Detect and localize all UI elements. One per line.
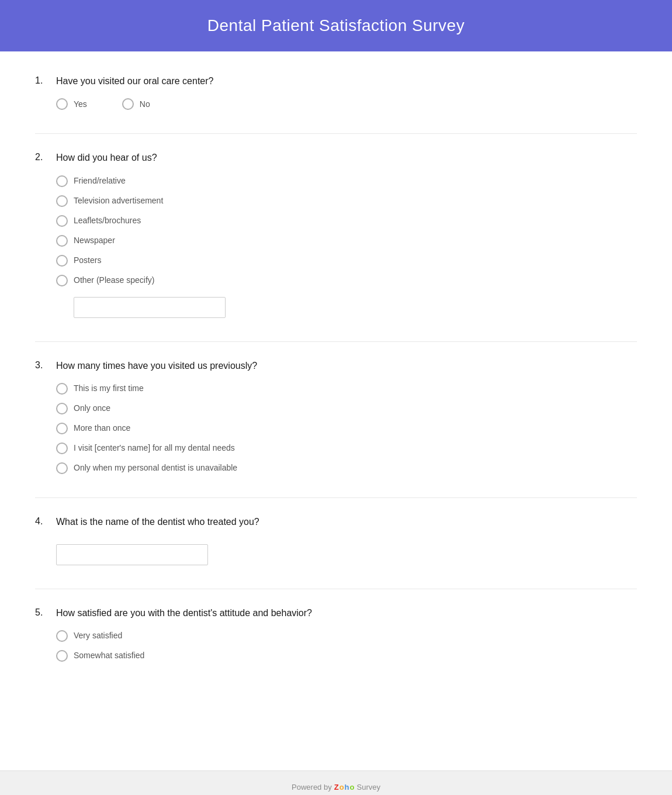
q1-radio-yes[interactable] <box>56 98 68 110</box>
question-5-number: 5. <box>35 607 56 618</box>
question-4-row: 4. What is the name of the dentist who t… <box>35 516 637 528</box>
q3-label-unavailable: Only when my personal dentist is unavail… <box>74 462 237 474</box>
zoho-h: h <box>345 783 349 791</box>
question-2-number: 2. <box>35 151 56 163</box>
q1-option-yes[interactable]: Yes <box>56 98 87 110</box>
q2-radio-newspaper[interactable] <box>56 235 68 247</box>
q5-label-very: Very satisfied <box>74 630 122 642</box>
question-4-block: 4. What is the name of the dentist who t… <box>35 516 637 565</box>
q2-label-newspaper: Newspaper <box>74 235 115 247</box>
q5-option-very: Very satisfied <box>56 630 637 642</box>
q5-option-somewhat: Somewhat satisfied <box>56 650 637 662</box>
q2-radio-friend[interactable] <box>56 175 68 187</box>
q2-option-newspaper: Newspaper <box>56 235 637 247</box>
q3-label-morethan: More than once <box>74 423 130 434</box>
divider-4 <box>35 589 637 589</box>
footer-product: Survey <box>357 783 380 791</box>
q2-option-tv: Television advertisement <box>56 195 637 207</box>
q5-radio-very[interactable] <box>56 630 68 642</box>
question-3-text: How many times have you visited us previ… <box>56 360 257 372</box>
q3-option-first: This is my first time <box>56 383 637 395</box>
question-5-block: 5. How satisfied are you with the dentis… <box>35 607 637 662</box>
q1-radio-no[interactable] <box>122 98 134 110</box>
q3-label-allneeds: I visit [center's name] for all my denta… <box>74 443 235 454</box>
question-3-row: 3. How many times have you visited us pr… <box>35 360 637 372</box>
q2-label-other: Other (Please specify) <box>74 275 155 286</box>
q2-radio-posters[interactable] <box>56 255 68 267</box>
question-1-options: Yes No <box>35 98 637 110</box>
q3-radio-allneeds[interactable] <box>56 443 68 454</box>
question-2-options: Friend/relative Television advertisement… <box>35 175 637 318</box>
question-3-options: This is my first time Only once More tha… <box>35 383 637 474</box>
q4-dentist-name-input[interactable] <box>56 544 208 565</box>
question-5-text: How satisfied are you with the dentist's… <box>56 607 312 620</box>
zoho-z: Z <box>334 783 339 791</box>
zoho-o1: o <box>340 783 344 791</box>
q2-other-input[interactable] <box>74 297 226 318</box>
question-1-number: 1. <box>35 75 56 86</box>
q2-label-posters: Posters <box>74 255 101 267</box>
q3-radio-morethan[interactable] <box>56 423 68 434</box>
q3-label-once: Only once <box>74 403 110 414</box>
q3-option-once: Only once <box>56 403 637 414</box>
q3-option-unavailable: Only when my personal dentist is unavail… <box>56 462 637 474</box>
zoho-logo: Zoho <box>334 783 355 791</box>
q5-radio-somewhat[interactable] <box>56 650 68 662</box>
page-footer: Powered by Zoho Survey Create unlimited … <box>0 770 672 795</box>
question-5-options: Very satisfied Somewhat satisfied <box>35 630 637 662</box>
question-1-row: 1. Have you visited our oral care center… <box>35 75 637 88</box>
q3-radio-unavailable[interactable] <box>56 462 68 474</box>
q3-label-first: This is my first time <box>74 383 144 395</box>
q1-option-no[interactable]: No <box>122 98 150 110</box>
footer-powered-row: Powered by Zoho Survey <box>12 783 660 791</box>
q5-label-somewhat: Somewhat satisfied <box>74 650 144 662</box>
survey-title: Dental Patient Satisfaction Survey <box>12 16 660 35</box>
question-1-text: Have you visited our oral care center? <box>56 75 213 88</box>
q3-option-morethan: More than once <box>56 423 637 434</box>
question-2-row: 2. How did you hear of us? <box>35 151 637 164</box>
question-2-block: 2. How did you hear of us? Friend/relati… <box>35 151 637 317</box>
q2-radio-other[interactable] <box>56 275 68 286</box>
question-4-text: What is the name of the dentist who trea… <box>56 516 259 528</box>
q1-label-no: No <box>140 99 150 110</box>
q3-option-allneeds: I visit [center's name] for all my denta… <box>56 443 637 454</box>
question-3-block: 3. How many times have you visited us pr… <box>35 360 637 474</box>
q2-other-input-row <box>56 295 637 318</box>
q2-label-friend: Friend/relative <box>74 175 126 187</box>
question-5-row: 5. How satisfied are you with the dentis… <box>35 607 637 620</box>
q2-radio-leaflets[interactable] <box>56 215 68 227</box>
q2-radio-tv[interactable] <box>56 195 68 207</box>
divider-3 <box>35 497 637 498</box>
footer-powered-text: Powered by <box>292 783 332 791</box>
q1-label-yes: Yes <box>74 99 87 110</box>
survey-header: Dental Patient Satisfaction Survey <box>0 0 672 51</box>
q2-option-posters: Posters <box>56 255 637 267</box>
divider-1 <box>35 133 637 134</box>
q2-option-leaflets: Leaflets/brochures <box>56 215 637 227</box>
q2-option-other: Other (Please specify) <box>56 275 637 286</box>
question-4-input-row <box>35 540 637 565</box>
zoho-o2: o <box>350 783 355 791</box>
question-1-block: 1. Have you visited our oral care center… <box>35 75 637 110</box>
question-3-number: 3. <box>35 360 56 371</box>
q3-radio-once[interactable] <box>56 403 68 414</box>
survey-body: 1. Have you visited our oral care center… <box>0 51 672 770</box>
divider-2 <box>35 341 637 342</box>
q2-label-leaflets: Leaflets/brochures <box>74 215 141 227</box>
question-2-text: How did you hear of us? <box>56 151 157 164</box>
q2-label-tv: Television advertisement <box>74 195 163 207</box>
q3-radio-first[interactable] <box>56 383 68 395</box>
question-4-number: 4. <box>35 516 56 527</box>
q2-option-friend: Friend/relative <box>56 175 637 187</box>
